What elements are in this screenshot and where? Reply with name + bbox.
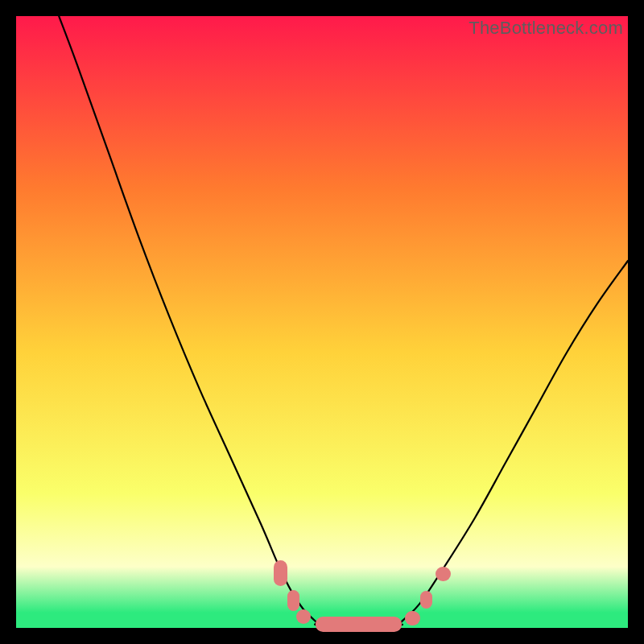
- valley-marker: [405, 611, 419, 625]
- valley-marker: [436, 567, 450, 581]
- watermark-text: TheBottleneck.com: [469, 18, 623, 39]
- valley-marker: [316, 617, 401, 631]
- heat-gradient: [16, 16, 628, 628]
- valley-marker: [287, 590, 299, 611]
- valley-marker: [420, 591, 432, 609]
- chart-frame: [16, 16, 628, 628]
- valley-marker: [274, 560, 287, 586]
